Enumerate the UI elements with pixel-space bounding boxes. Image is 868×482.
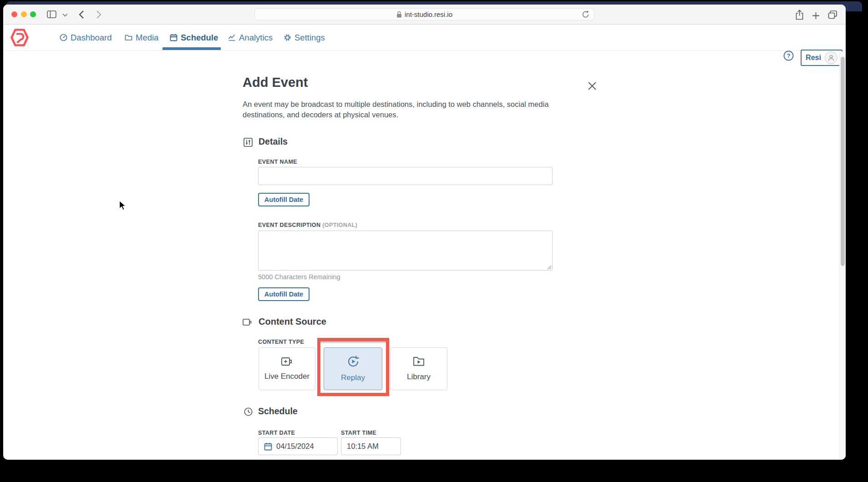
help-icon[interactable]: ? xyxy=(783,50,794,61)
avatar xyxy=(825,51,838,64)
start-time-value: 10:15 AM xyxy=(347,442,379,451)
nav-item-label: Dashboard xyxy=(71,33,112,43)
section-heading-content-source: Content Source xyxy=(259,316,326,327)
back-button-icon[interactable] xyxy=(79,10,84,19)
page-description: An event may be broadcast to multiple de… xyxy=(243,99,564,120)
encoder-camera-icon xyxy=(280,356,294,367)
url-text: int-studio.resi.io xyxy=(405,10,452,18)
nav-item-label: Analytics xyxy=(239,33,273,43)
calendar-icon xyxy=(170,34,178,41)
sidebar-toggle-icon[interactable] xyxy=(47,10,56,18)
scrollbar-thumb[interactable] xyxy=(841,57,845,266)
lock-icon xyxy=(396,11,402,18)
user-menu-button[interactable]: Resi xyxy=(801,50,843,66)
page-title: Add Event xyxy=(243,75,308,90)
chevron-down-icon[interactable] xyxy=(62,13,68,17)
nav-item-label: Settings xyxy=(294,33,325,43)
card-label: Live Encoder xyxy=(264,372,310,381)
active-tab-underline xyxy=(162,47,221,50)
address-bar[interactable]: int-studio.resi.io xyxy=(254,8,594,20)
speedometer-icon xyxy=(60,34,67,41)
event-description-textarea[interactable] xyxy=(258,231,553,271)
section-heading-details: Details xyxy=(259,136,288,147)
browser-window: int-studio.resi.io xyxy=(3,5,846,460)
window-close-button[interactable] xyxy=(11,11,17,17)
nav-item-label: Media xyxy=(136,33,158,43)
browser-toolbar: int-studio.resi.io xyxy=(3,5,846,25)
start-date-value: 04/15/2024 xyxy=(276,442,314,451)
nav-item-settings[interactable]: Settings xyxy=(284,25,325,50)
calendar-icon xyxy=(264,442,272,451)
nav-item-media[interactable]: Media xyxy=(125,25,158,50)
replay-icon xyxy=(346,355,360,368)
folder-icon xyxy=(125,34,132,41)
characters-remaining: 5000 Characters Remaining xyxy=(258,273,340,281)
nav-item-dashboard[interactable]: Dashboard xyxy=(60,25,112,50)
window-zoom-button[interactable] xyxy=(30,11,36,17)
gear-icon xyxy=(284,34,291,41)
event-description-label: EVENT DESCRIPTION (OPTIONAL) xyxy=(258,222,357,228)
card-label: Library xyxy=(407,372,431,382)
mouse-cursor xyxy=(119,200,127,211)
autofill-date-button-1[interactable]: Autofill Date xyxy=(258,193,310,206)
textarea-resize-handle[interactable] xyxy=(547,265,552,270)
video-camera-icon xyxy=(243,318,252,326)
event-name-input[interactable] xyxy=(258,167,553,185)
start-time-label: START TIME xyxy=(341,430,376,436)
window-minimize-button[interactable] xyxy=(21,11,27,17)
sliders-icon xyxy=(244,138,253,147)
autofill-date-button-2[interactable]: Autofill Date xyxy=(258,287,310,301)
content-type-label: CONTENT TYPE xyxy=(258,339,304,345)
optional-tag: (OPTIONAL) xyxy=(322,222,357,228)
reload-icon[interactable] xyxy=(582,10,589,19)
nav-item-label: Schedule xyxy=(181,33,218,43)
content-type-card-library[interactable]: Library xyxy=(390,347,447,390)
event-name-label: EVENT NAME xyxy=(258,159,297,165)
user-name: Resi xyxy=(806,54,821,62)
tab-overview-icon[interactable] xyxy=(828,10,838,19)
new-tab-icon[interactable] xyxy=(812,12,820,20)
start-date-input[interactable]: 04/15/2024 xyxy=(258,437,338,455)
clock-icon xyxy=(244,407,253,416)
folder-play-icon xyxy=(412,356,426,367)
screenshot-stage: int-studio.resi.io xyxy=(0,0,868,482)
start-date-label: START DATE xyxy=(258,430,295,436)
resi-logo[interactable] xyxy=(10,29,29,46)
nav-item-analytics[interactable]: Analytics xyxy=(228,25,273,50)
site-navbar: Dashboard Media Schedule Analytics xyxy=(3,25,846,51)
close-icon[interactable] xyxy=(587,81,597,91)
section-heading-schedule: Schedule xyxy=(258,406,298,417)
svg-text:?: ? xyxy=(787,52,791,59)
nav-item-schedule[interactable]: Schedule xyxy=(170,25,218,50)
chart-line-icon xyxy=(228,34,236,41)
content-type-card-live-encoder[interactable]: Live Encoder xyxy=(259,347,315,390)
content-type-card-replay[interactable]: Replay xyxy=(324,347,382,390)
forward-button-icon[interactable] xyxy=(96,10,102,19)
share-icon[interactable] xyxy=(795,10,804,20)
start-time-input[interactable]: 10:15 AM xyxy=(341,437,401,455)
card-label: Replay xyxy=(341,373,365,382)
